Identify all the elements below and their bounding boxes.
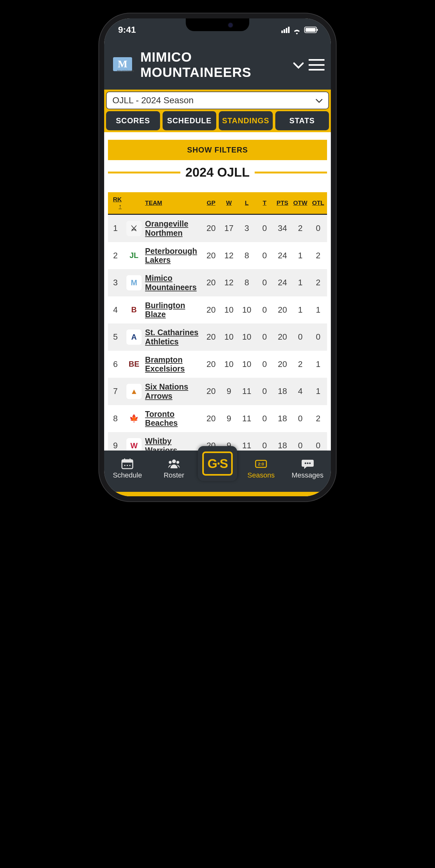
cell-logo: A — [123, 323, 145, 351]
cell-team-name[interactable]: St. Catharines Athletics — [145, 323, 202, 351]
nav-messages[interactable]: Messages — [285, 458, 330, 479]
cell-rank: 6 — [108, 351, 123, 378]
people-icon — [167, 458, 181, 469]
column-header-otw[interactable]: OTW — [292, 192, 309, 214]
column-header-l[interactable]: L — [238, 192, 256, 214]
column-header-t[interactable]: T — [256, 192, 273, 214]
cell-otw: 1 — [292, 297, 309, 324]
bottom-accent-bar — [104, 492, 331, 496]
cell-otw: 0 — [292, 405, 309, 432]
table-row: 6BEBrampton Excelsiors20101002021 — [108, 351, 327, 378]
hamburger-menu-icon[interactable] — [309, 59, 325, 70]
cell-team-name[interactable]: Mimico Mountaineers — [145, 269, 202, 297]
tab-standings[interactable]: STANDINGS — [219, 111, 273, 130]
tab-scores[interactable]: SCORES — [106, 111, 160, 130]
show-filters-button[interactable]: SHOW FILTERS — [108, 140, 327, 160]
cell-l: 10 — [238, 297, 256, 324]
cell-w: 12 — [220, 269, 238, 297]
cell-otl: 0 — [309, 432, 327, 451]
svg-point-16 — [307, 463, 308, 464]
nav-center-button[interactable]: G·S — [198, 446, 237, 481]
cell-gp: 20 — [202, 242, 220, 270]
season-select[interactable]: OJLL - 2024 Season — [106, 92, 329, 109]
column-header-w[interactable]: W — [220, 192, 238, 214]
cell-logo: ▲ — [123, 378, 145, 405]
chat-icon — [301, 458, 314, 469]
cell-otl: 1 — [309, 297, 327, 324]
column-header-team[interactable]: TEAM — [145, 192, 202, 214]
table-row: 8🍁Toronto Beaches2091101802 — [108, 405, 327, 432]
cell-logo: W — [123, 432, 145, 451]
team-logo-icon: BE — [126, 356, 142, 372]
battery-icon — [304, 27, 317, 33]
cellular-signal-icon — [281, 27, 290, 33]
column-header-logo — [123, 192, 145, 214]
cell-otw: 2 — [292, 351, 309, 378]
column-header-rank[interactable]: RK ↑ — [108, 192, 123, 214]
table-row: 3MMimico Mountaineers2012802412 — [108, 269, 327, 297]
column-header-pts[interactable]: PTS — [273, 192, 291, 214]
cell-team-name[interactable]: Brampton Excelsiors — [145, 351, 202, 378]
cell-l: 8 — [238, 269, 256, 297]
tab-stats[interactable]: STATS — [275, 111, 329, 130]
content-area: SHOW FILTERS 2024 OJLL RK ↑ TEAM GP W L … — [104, 132, 331, 451]
cell-team-name[interactable]: Toronto Beaches — [145, 405, 202, 432]
cell-w: 10 — [220, 297, 238, 324]
cell-l: 10 — [238, 351, 256, 378]
cell-gp: 20 — [202, 378, 220, 405]
cell-pts: 20 — [273, 297, 291, 324]
nav-roster-label: Roster — [164, 471, 184, 479]
cell-otl: 2 — [309, 405, 327, 432]
phone-notch — [186, 19, 249, 31]
header-team-logo-icon: MMountaineers — [110, 56, 136, 74]
cell-l: 11 — [238, 405, 256, 432]
cell-otw: 2 — [292, 214, 309, 242]
scoreboard-icon: 2:0 — [254, 458, 268, 469]
cell-logo: JL — [123, 242, 145, 270]
column-header-otl[interactable]: OTL — [309, 192, 327, 214]
cell-rank: 2 — [108, 242, 123, 270]
nav-schedule[interactable]: Schedule — [105, 458, 150, 479]
title-divider-right — [255, 172, 327, 174]
team-logo-icon: A — [126, 330, 142, 345]
team-logo-icon: JL — [126, 248, 142, 263]
nav-seasons-label: Seasons — [247, 471, 275, 479]
cell-logo: 🍁 — [123, 405, 145, 432]
sub-header: OJLL - 2024 Season SCORESSCHEDULESTANDIN… — [104, 90, 331, 132]
cell-t: 0 — [256, 269, 273, 297]
table-row: 5ASt. Catharines Athletics20101002000 — [108, 323, 327, 351]
calendar-icon — [121, 458, 134, 469]
column-header-gp[interactable]: GP — [202, 192, 220, 214]
svg-point-11 — [169, 461, 171, 464]
cell-l: 11 — [238, 378, 256, 405]
nav-roster[interactable]: Roster — [151, 458, 197, 479]
season-select-value: OJLL - 2024 Season — [112, 95, 194, 105]
cell-team-name[interactable]: Burlington Blaze — [145, 297, 202, 324]
section-title-row: 2024 OJLL — [108, 165, 327, 180]
svg-rect-5 — [124, 459, 125, 461]
cell-team-name[interactable]: Peterborough Lakers — [145, 242, 202, 270]
cell-team-name[interactable]: Six Nations Arrows — [145, 378, 202, 405]
cell-rank: 4 — [108, 297, 123, 324]
cell-team-name[interactable]: Whitby Warriors — [145, 432, 202, 451]
tab-schedule[interactable]: SCHEDULE — [163, 111, 216, 130]
cell-pts: 24 — [273, 242, 291, 270]
cell-gp: 20 — [202, 405, 220, 432]
cell-w: 12 — [220, 242, 238, 270]
status-icons — [281, 27, 317, 33]
cell-pts: 20 — [273, 351, 291, 378]
cell-otl: 2 — [309, 269, 327, 297]
cell-otl: 2 — [309, 242, 327, 270]
nav-seasons[interactable]: 2:0 Seasons — [238, 458, 284, 479]
cell-team-name[interactable]: Orangeville Northmen — [145, 214, 202, 242]
standings-table: RK ↑ TEAM GP W L T PTS OTW OTL 1⚔Orangev… — [108, 192, 327, 451]
cell-logo: ⚔ — [123, 214, 145, 242]
chevron-down-icon — [315, 95, 323, 105]
cell-otl: 0 — [309, 323, 327, 351]
cell-otl: 1 — [309, 351, 327, 378]
cell-otw: 0 — [292, 432, 309, 451]
team-logo-icon: ⚔ — [126, 221, 142, 236]
svg-point-8 — [127, 465, 128, 466]
svg-rect-4 — [122, 460, 133, 463]
team-dropdown-chevron-icon[interactable] — [293, 58, 304, 72]
